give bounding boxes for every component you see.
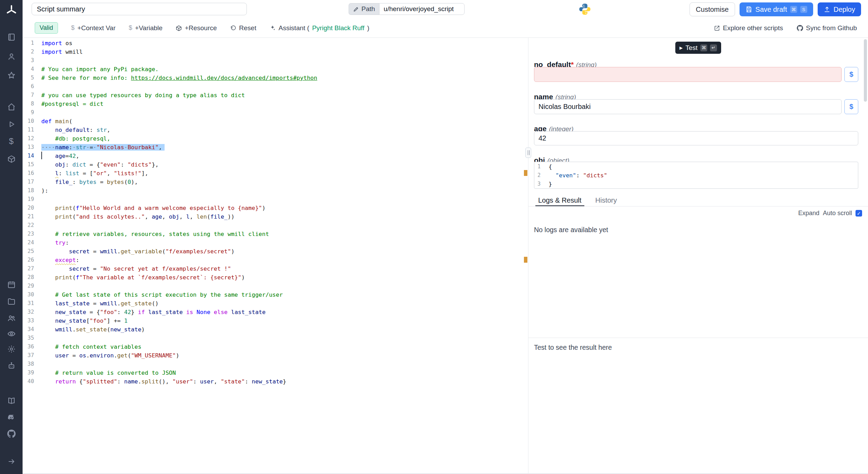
pane-resize-handle[interactable] [525,147,531,158]
name-var-toggle[interactable]: $ [844,99,858,114]
windmill-logo-icon[interactable] [0,5,23,16]
users-icon[interactable] [0,314,23,322]
no-default-var-toggle[interactable]: $ [844,67,858,82]
assistant-button[interactable]: Assistant (Pyright Black Ruff) [269,24,369,32]
obj-json-editor[interactable]: 1{2 "even": "dicts"3} [534,162,858,189]
code-line: 37 user = os.environ.get("WM_USERNAME") [23,351,528,360]
code-line: 28 print(f"The variable at `f/examples/s… [23,273,528,282]
windmill-app: $ [0,0,868,474]
autoscroll-checkbox[interactable]: ✓ [856,210,862,217]
code-line: 24 try: [23,238,528,247]
sparkles-icon [269,25,276,31]
code-editor[interactable]: 1import os2import wmill34# You can impor… [23,38,528,473]
obj-json-lines: 1{2 "even": "dicts"3} [534,162,858,188]
code-line: 20 print(f"Hello World and a warm welcom… [23,204,528,212]
name-input[interactable] [534,99,842,114]
assistant-label-close: ) [367,24,369,32]
test-label: Test [685,44,698,52]
deploy-button[interactable]: Deploy [818,2,861,16]
external-link-icon [714,25,720,31]
play-icon: ▶ [679,45,683,50]
code-line: 21 print("and its acolytes..", age, obj,… [23,212,528,221]
customise-button[interactable]: Customise [690,2,735,16]
dollar-prefix-icon: $ [129,24,132,32]
code-line: 17 file_: bytes = bytes(0), [23,178,528,186]
code-line: 14 age=42, [23,152,528,160]
code-line: 30 # Get last state of this script execu… [23,290,528,299]
test-row: ▶ Test ⌘↵ [528,42,868,54]
topbar: Path Customise Save draft ⌘S Deploy [23,0,868,18]
calendar-icon[interactable] [0,280,23,289]
code-line: 9 [23,108,528,117]
path-input[interactable] [379,3,465,15]
kbd-s: S [800,6,807,13]
panel-scrollbar-thumb[interactable] [864,39,867,102]
no-logs-text: No logs are available yet [534,226,608,234]
code-line: 40 return {"splitted": name.split(), "us… [23,377,528,386]
editor-toolbar: Valid $ +Context Var $ +Variable +Resour… [23,18,868,38]
folder-icon[interactable] [0,297,23,306]
path-group: Path [349,3,465,15]
user-icon[interactable] [0,52,23,61]
open-book-icon[interactable] [0,397,23,405]
eye-icon[interactable] [0,330,23,338]
right-panel: ▶ Test ⌘↵ no_default*(string) $ name(str… [528,38,868,473]
code-line: 33 new_state["foo"] += 1 [23,316,528,325]
code-line: 31 last_state = wmill.get_state() [23,299,528,308]
code-line: 2 "even": "dicts" [534,171,858,180]
path-edit-button[interactable]: Path [349,3,379,15]
tab-logs-result[interactable]: Logs & Result [535,195,584,206]
age-input[interactable] [534,131,858,145]
gear-icon[interactable] [0,345,23,353]
logs-header: Expand Auto scroll ✓ [798,210,862,217]
add-resource-button[interactable]: +Resource [176,24,217,32]
book-icon[interactable] [0,33,23,41]
code-line: 3} [534,180,858,188]
code-line: 19 [23,195,528,204]
code-line: 6 [23,82,528,91]
expand-link[interactable]: Expand [798,210,819,217]
code-line: 29 [23,282,528,290]
code-line: 26 except: [23,256,528,264]
bot-icon[interactable] [0,362,23,370]
code-line: 18): [23,186,528,195]
save-icon [745,6,752,13]
code-line: 13····name:·str·=·"Nicolas·Bourbaki", [23,143,528,152]
code-line: 35 [23,334,528,342]
script-summary-input[interactable] [32,3,247,15]
play-icon[interactable] [0,120,23,128]
code-line: 7# you can use typed resources by doing … [23,91,528,100]
toolbar-right: Explore other scripts Sync from Github [714,24,857,32]
explore-scripts-button[interactable]: Explore other scripts [714,24,783,32]
tab-history[interactable]: History [593,195,620,206]
kbd-cmd: ⌘ [790,6,797,13]
warning-marker [524,257,527,263]
assistant-label: Assistant ( [278,24,309,32]
kbd-enter: ↵ [710,44,717,51]
pencil-icon [353,6,359,12]
star-icon[interactable] [0,71,23,79]
reset-button[interactable]: Reset [230,24,257,32]
save-draft-button[interactable]: Save draft ⌘S [740,2,813,16]
code-line: 16 l: list = ["or", "lists!"], [23,169,528,178]
cube-icon[interactable] [0,155,23,163]
code-line: 27 secret = "No secret yet at f/examples… [23,264,528,273]
assistant-checkers: Pyright Black Ruff [312,24,365,32]
code-line: 4# You can import any PyPi package. [23,65,528,74]
sync-github-button[interactable]: Sync from Github [797,24,857,32]
test-button[interactable]: ▶ Test ⌘↵ [675,42,721,54]
validity-badge: Valid [35,22,58,34]
add-context-var-label: +Context Var [77,24,116,32]
add-context-var-button[interactable]: $ +Context Var [71,24,116,32]
sidebar: $ [0,0,23,474]
kbd-cmd: ⌘ [700,44,707,51]
dollar-icon[interactable]: $ [0,137,23,145]
no-default-input[interactable] [534,67,842,82]
save-draft-label: Save draft [756,6,787,14]
github-icon[interactable] [0,430,23,438]
discord-icon[interactable] [0,413,23,422]
expand-sidebar-icon[interactable] [0,457,23,466]
add-variable-button[interactable]: $ +Variable [129,24,162,32]
home-icon[interactable] [0,103,23,111]
code-line: 39 # return value is converted to JSON [23,369,528,377]
